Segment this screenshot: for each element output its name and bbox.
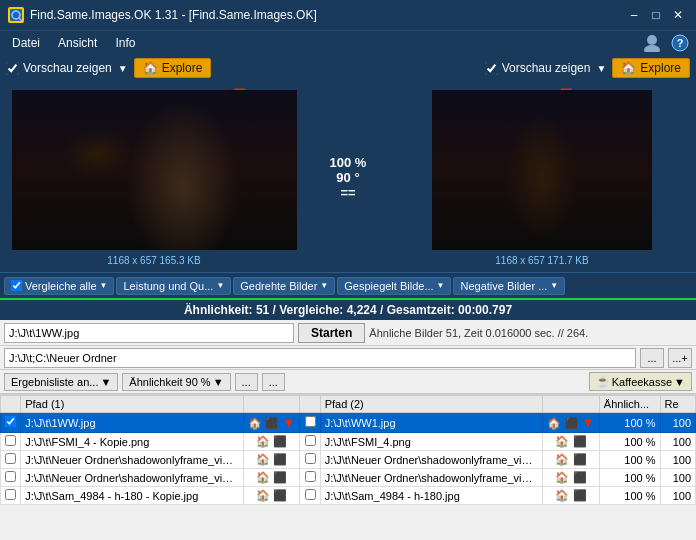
copy-icon2-4[interactable]: ⬛: [573, 489, 587, 501]
row-re-4: 100: [660, 487, 696, 505]
header-path2[interactable]: Pfad (2): [320, 396, 543, 413]
rotation-degrees: 90 °: [336, 170, 359, 185]
svg-point-3: [647, 35, 657, 45]
row-actions1-3[interactable]: 🏠 ⬛: [243, 469, 300, 487]
file-open-icon-4[interactable]: 🏠: [256, 489, 270, 501]
svg-rect-9: [12, 220, 297, 250]
copy-icon-0[interactable]: ⬛: [265, 417, 279, 429]
row-actions1-0[interactable]: 🏠 ⬛ ▼: [243, 413, 300, 433]
table-header-row: Pfad (1) Pfad (2) Ähnlich... Re: [1, 396, 696, 413]
preview-right-dropdown[interactable]: ▼: [594, 63, 608, 74]
explore-left-button[interactable]: 🏠 Explore: [134, 58, 212, 78]
coffee-button[interactable]: ☕ Kaffeekasse ▼: [589, 372, 692, 391]
row-actions1-1[interactable]: 🏠 ⬛: [243, 433, 300, 451]
header-path1[interactable]: Pfad (1): [21, 396, 244, 413]
close-button[interactable]: ✕: [668, 5, 688, 25]
row-checkbox1-3[interactable]: [1, 469, 21, 487]
table-row[interactable]: J:\J\t\FSMI_4 - Kopie.png 🏠 ⬛ J:\J\t\FSM…: [1, 433, 696, 451]
similarity-button[interactable]: Ähnlichkeit 90 % ▼: [122, 373, 230, 391]
row-checkbox2-1[interactable]: [300, 433, 320, 451]
maximize-button[interactable]: □: [646, 5, 666, 25]
table-row[interactable]: J:\J\t\Neuer Ordner\shadowonlyframe_vide…: [1, 469, 696, 487]
copy-icon2-0[interactable]: ⬛: [565, 417, 579, 429]
title-bar: Find.Same.Images.OK 1.31 - [Find.Same.Im…: [0, 0, 696, 30]
explore-right-button[interactable]: 🏠 Explore: [612, 58, 690, 78]
file-open-icon-2[interactable]: 🏠: [256, 453, 270, 465]
compare-all-dropdown-arrow: ▼: [100, 281, 108, 290]
mirrored-button[interactable]: Gespiegelt Bilde... ▼: [337, 277, 451, 295]
row-actions2-0[interactable]: 🏠 ⬛ ▼: [543, 413, 600, 433]
menu-ansicht[interactable]: Ansicht: [50, 34, 105, 52]
minimize-button[interactable]: –: [624, 5, 644, 25]
start-button[interactable]: Starten: [298, 323, 365, 343]
row-path2-2: J:\J\t\Neuer Ordner\shadowonlyframe_vide…: [320, 451, 543, 469]
left-path-input[interactable]: [4, 323, 294, 343]
row-checkbox2-2[interactable]: [300, 451, 320, 469]
row-checkbox1-4[interactable]: [1, 487, 21, 505]
user-icon-button[interactable]: [640, 33, 664, 53]
rotated-button[interactable]: Gedrehte Bilder ▼: [233, 277, 335, 295]
preview-left-checkbox[interactable]: [6, 62, 19, 75]
table-row[interactable]: J:\J\t\Sam_4984 - h-180 - Kopie.jpg 🏠 ⬛ …: [1, 487, 696, 505]
table-row[interactable]: J:\J\t\Neuer Ordner\shadowonlyframe_vide…: [1, 451, 696, 469]
row-actions2-3[interactable]: 🏠 ⬛: [543, 469, 600, 487]
preview-right-checkbox[interactable]: [485, 62, 498, 75]
file-open-icon2-0[interactable]: 🏠: [547, 417, 561, 429]
header-similarity[interactable]: Ähnlich...: [599, 396, 660, 413]
folder-dots-button[interactable]: ...: [640, 348, 664, 368]
preview-image-right: [432, 90, 652, 250]
file-open-icon2-2[interactable]: 🏠: [555, 453, 569, 465]
row-actions2-2[interactable]: 🏠 ⬛: [543, 451, 600, 469]
menu-info[interactable]: Info: [107, 34, 143, 52]
file-open-icon-1[interactable]: 🏠: [256, 435, 270, 447]
preview-panel-right: 1168 x 657 171.7 KB: [388, 82, 696, 272]
red-arrow-row-left-0: ▼: [282, 415, 295, 430]
row-similarity-4: 100 %: [599, 487, 660, 505]
folder-plus-button[interactable]: ...+: [668, 348, 692, 368]
row-checkbox2-4[interactable]: [300, 487, 320, 505]
row-checkbox2-3[interactable]: [300, 469, 320, 487]
copy-icon2-3[interactable]: ⬛: [573, 471, 587, 483]
menu-datei[interactable]: Datei: [4, 34, 48, 52]
compare-all-button[interactable]: Vergleiche alle ▼: [4, 277, 114, 295]
folder-path-input[interactable]: [4, 348, 636, 368]
row-path2-0: J:\J\t\WW1.jpg: [320, 413, 543, 433]
table-row[interactable]: J:\J\t\1WW.jpg 🏠 ⬛ ▼ J:\J\t\WW1.jpg 🏠 ⬛ …: [1, 413, 696, 433]
file-open-icon2-1[interactable]: 🏠: [555, 435, 569, 447]
file-open-icon2-4[interactable]: 🏠: [555, 489, 569, 501]
row-checkbox1-2[interactable]: [1, 451, 21, 469]
row-checkbox1-0[interactable]: [1, 413, 21, 433]
file-open-icon-3[interactable]: 🏠: [256, 471, 270, 483]
row-checkbox1-1[interactable]: [1, 433, 21, 451]
row-actions1-4[interactable]: 🏠 ⬛: [243, 487, 300, 505]
preview-left-dropdown[interactable]: ▼: [116, 63, 130, 74]
file-open-icon-0[interactable]: 🏠: [248, 417, 262, 429]
row-path1-1: J:\J\t\FSMI_4 - Kopie.png: [21, 433, 244, 451]
copy-icon-3[interactable]: ⬛: [273, 471, 287, 483]
copy-icon-2[interactable]: ⬛: [273, 453, 287, 465]
more2-button[interactable]: ...: [262, 373, 285, 391]
copy-icon2-2[interactable]: ⬛: [573, 453, 587, 465]
status-text: Ähnlichkeit: 51 / Vergleiche: 4,224 / Ge…: [184, 303, 512, 317]
coffee-arrow: ▼: [674, 376, 685, 388]
compare-all-checkbox[interactable]: [11, 280, 22, 291]
copy-icon-1[interactable]: ⬛: [273, 435, 287, 447]
coffee-icon: ☕: [596, 375, 610, 388]
toolbar-left-section: Vorschau zeigen ▼ 🏠 Explore: [6, 58, 211, 78]
row-actions2-4[interactable]: 🏠 ⬛: [543, 487, 600, 505]
negative-button[interactable]: Negative Bilder ... ▼: [453, 277, 565, 295]
header-re[interactable]: Re: [660, 396, 696, 413]
file-open-icon2-3[interactable]: 🏠: [555, 471, 569, 483]
results-list-button[interactable]: Ergebnisliste an... ▼: [4, 373, 118, 391]
row-checkbox2-0[interactable]: [300, 413, 320, 433]
performance-button[interactable]: Leistung und Qu... ▼: [116, 277, 231, 295]
more1-button[interactable]: ...: [235, 373, 258, 391]
row-actions1-2[interactable]: 🏠 ⬛: [243, 451, 300, 469]
copy-icon-4[interactable]: ⬛: [273, 489, 287, 501]
preview-toolbar: Vorschau zeigen ▼ 🏠 Explore Vorschau zei…: [0, 54, 696, 82]
row-path2-4: J:\J\t\Sam_4984 - h-180.jpg: [320, 487, 543, 505]
svg-point-20: [522, 120, 562, 170]
row-actions2-1[interactable]: 🏠 ⬛: [543, 433, 600, 451]
help-icon-button[interactable]: ?: [668, 33, 692, 53]
copy-icon2-1[interactable]: ⬛: [573, 435, 587, 447]
